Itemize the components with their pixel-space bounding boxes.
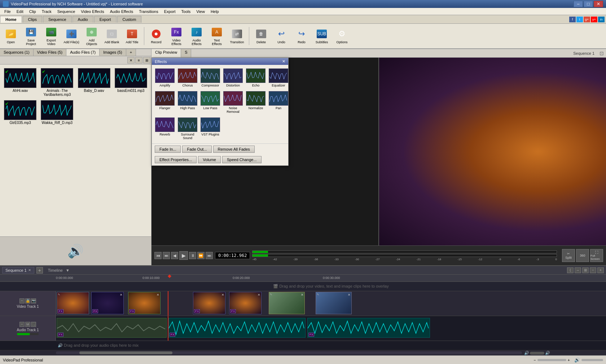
status-vol-slider[interactable] bbox=[581, 359, 603, 361]
audio-track-mute[interactable]: M bbox=[25, 322, 30, 327]
clip-x-3[interactable]: ✕ bbox=[157, 293, 159, 297]
menu-transitions[interactable]: Transitions bbox=[136, 9, 161, 14]
undo-button[interactable]: ↩Undo bbox=[272, 25, 291, 47]
save-project-button[interactable]: 💾Save Project bbox=[22, 25, 40, 47]
audio-track-headphone[interactable]: 🎧 bbox=[31, 322, 36, 327]
audio-segment-active[interactable]: FX bbox=[168, 318, 306, 338]
social-icon-3[interactable]: y+ bbox=[591, 17, 597, 22]
file-tab-add[interactable]: + bbox=[126, 49, 136, 56]
preview-expand-button[interactable]: ⊡ bbox=[600, 50, 604, 56]
open-button[interactable]: 📂Open bbox=[1, 25, 20, 47]
status-zoom-out[interactable]: − bbox=[533, 358, 536, 362]
audio-track-content[interactable]: FX FX FX bbox=[56, 316, 606, 341]
effect-item-vst-plugins[interactable]: VST Plugins bbox=[199, 116, 221, 141]
sequence-preview-tab[interactable]: S bbox=[181, 49, 191, 57]
add-blank-button[interactable]: □Add Blank bbox=[102, 25, 121, 47]
effect-item-distortion[interactable]: Distortion bbox=[222, 67, 244, 89]
file-tab-images[interactable]: Images (5) bbox=[100, 49, 126, 56]
fade-out-button[interactable]: Fade Out... bbox=[182, 146, 211, 153]
add-sequence-button[interactable]: + bbox=[36, 267, 43, 274]
effect-item-surround-sound[interactable]: Surround Sound bbox=[177, 116, 198, 141]
close-button[interactable]: ✕ bbox=[594, 1, 603, 7]
file-item-2[interactable]: Baby_D.wav bbox=[77, 67, 111, 97]
menu-export[interactable]: Export bbox=[161, 9, 179, 14]
video-clip-7[interactable]: ✎ ✕ bbox=[316, 292, 352, 314]
toolbar-tab-custom[interactable]: Custom bbox=[117, 16, 142, 23]
effect-item-high-pass[interactable]: High Pass bbox=[177, 90, 198, 115]
status-zoom-slider[interactable] bbox=[537, 359, 566, 361]
fullscreen-button[interactable]: ⛶Full Screen bbox=[590, 249, 603, 262]
transport-forward[interactable]: ⏩ bbox=[197, 252, 205, 259]
video-track-content[interactable]: FX ✎ ✕ FX ✕ FX ✕ FX bbox=[56, 291, 606, 316]
file-item-4[interactable]: ✔GtrE035.mp3 bbox=[3, 99, 38, 125]
menu-help[interactable]: Help bbox=[208, 9, 222, 14]
effect-item-pan[interactable]: Pan bbox=[268, 90, 289, 115]
tl-ctrl-2[interactable]: ↔ bbox=[575, 267, 581, 273]
file-tab-sequences[interactable]: Sequences (1) bbox=[0, 49, 34, 56]
social-icon-1[interactable]: t bbox=[576, 17, 583, 22]
options-button[interactable]: ⚙Options bbox=[333, 25, 351, 47]
add-title-button[interactable]: TAdd Title bbox=[123, 25, 141, 47]
clip-x-4[interactable]: ✕ bbox=[221, 293, 224, 297]
menu-track[interactable]: Track bbox=[39, 9, 54, 14]
tl-scroll-thumb[interactable] bbox=[79, 351, 172, 354]
clip-x-5[interactable]: ✕ bbox=[258, 293, 260, 297]
tl-ctrl-zoom-out[interactable]: − bbox=[590, 267, 596, 273]
audio-segment-2[interactable]: FX bbox=[307, 318, 430, 338]
social-icon-0[interactable]: f bbox=[569, 17, 576, 22]
toolbar-tab-export[interactable]: Export bbox=[94, 16, 117, 23]
file-item-1[interactable]: ✔Animals -The Yardbarkers.mp3 bbox=[40, 67, 74, 97]
toolbar-tab-home[interactable]: Home bbox=[0, 16, 22, 23]
fade-in-button[interactable]: Fade In... bbox=[155, 146, 181, 153]
speed-change-button[interactable]: Speed Change... bbox=[222, 156, 262, 163]
clip-preview-tab[interactable]: Clip Preview bbox=[152, 49, 181, 57]
grid-view-button[interactable]: ⊞ bbox=[143, 57, 150, 63]
video-clip-5[interactable]: ✕ FX bbox=[229, 292, 262, 314]
effect-item-low-pass[interactable]: Low Pass bbox=[199, 90, 221, 115]
transport-play[interactable]: ▶ bbox=[179, 251, 188, 260]
file-item-5[interactable]: Wakka_Riff_D.mp3 bbox=[40, 99, 74, 125]
effect-item-amplify[interactable]: Amplify bbox=[154, 67, 176, 89]
add-objects-button[interactable]: ⊕Add Objects bbox=[82, 25, 101, 47]
file-tab-video-files[interactable]: Video Files (5) bbox=[34, 49, 67, 56]
menu-audio-effects[interactable]: Audio Effects bbox=[107, 9, 136, 14]
effect-item-noise-removal[interactable]: Noise Removal bbox=[222, 90, 244, 115]
clip-x-6[interactable]: ✕ bbox=[301, 293, 304, 297]
add-files-button[interactable]: ➕Add File(s) bbox=[62, 25, 81, 47]
maximize-button[interactable]: □ bbox=[584, 1, 593, 7]
effect-item-echo[interactable]: Echo bbox=[245, 67, 267, 89]
effect-item-equalizer[interactable]: Equalizer bbox=[268, 67, 289, 89]
menu-view[interactable]: View bbox=[193, 9, 208, 14]
transport-rewind[interactable]: ◀ bbox=[171, 252, 178, 259]
transport-prev-frame[interactable]: ⏭ bbox=[163, 252, 170, 259]
menu-clip[interactable]: Clip bbox=[26, 9, 39, 14]
transport-skip-end[interactable]: ⏭ bbox=[206, 252, 213, 259]
transport-skip-start[interactable]: ⏮ bbox=[154, 252, 162, 259]
subtitles-button[interactable]: SUBSubtitles bbox=[312, 25, 331, 47]
file-item-3[interactable]: bassEm031.mp3 bbox=[114, 67, 148, 97]
menu-sequence[interactable]: Sequence bbox=[54, 9, 78, 14]
tl-ctrl-1[interactable]: ⟨ bbox=[567, 267, 574, 273]
effect-item-flanger[interactable]: Flanger bbox=[154, 90, 176, 115]
remove-all-fades-button[interactable]: Remove All Fades bbox=[213, 146, 255, 153]
clip-x-2[interactable]: ✕ bbox=[120, 293, 123, 297]
menu-file[interactable]: File bbox=[1, 9, 14, 14]
video-clip-2[interactable]: ✕ FX bbox=[91, 292, 124, 314]
effect-item-chorus[interactable]: Chorus bbox=[177, 67, 198, 89]
video-track-lock[interactable]: 🔒 bbox=[25, 298, 30, 303]
redo-button[interactable]: ↪Redo bbox=[292, 25, 311, 47]
video-clip-1[interactable]: FX ✎ bbox=[57, 292, 89, 314]
effect-properties-button[interactable]: Effect Properties... bbox=[155, 156, 197, 163]
video-track-camera[interactable]: 📷 bbox=[31, 298, 36, 303]
clip-x-7[interactable]: ✕ bbox=[348, 293, 351, 297]
transport-pause[interactable]: ⏸ bbox=[189, 252, 196, 259]
effect-item-reverb[interactable]: Reverb bbox=[154, 116, 176, 141]
tl-ctrl-zoom-in[interactable]: + bbox=[597, 267, 604, 273]
menu-edit[interactable]: Edit bbox=[14, 9, 26, 14]
delete-button[interactable]: 🗑Delete bbox=[252, 25, 271, 47]
video-track-minus[interactable]: − bbox=[19, 298, 25, 303]
sequence-tab-close[interactable]: ✕ bbox=[28, 268, 31, 272]
video-clip-3[interactable]: ✕ FX bbox=[128, 292, 161, 314]
transition-button[interactable]: ⇄Transition bbox=[228, 25, 246, 47]
social-icon-4[interactable]: in bbox=[598, 17, 605, 22]
